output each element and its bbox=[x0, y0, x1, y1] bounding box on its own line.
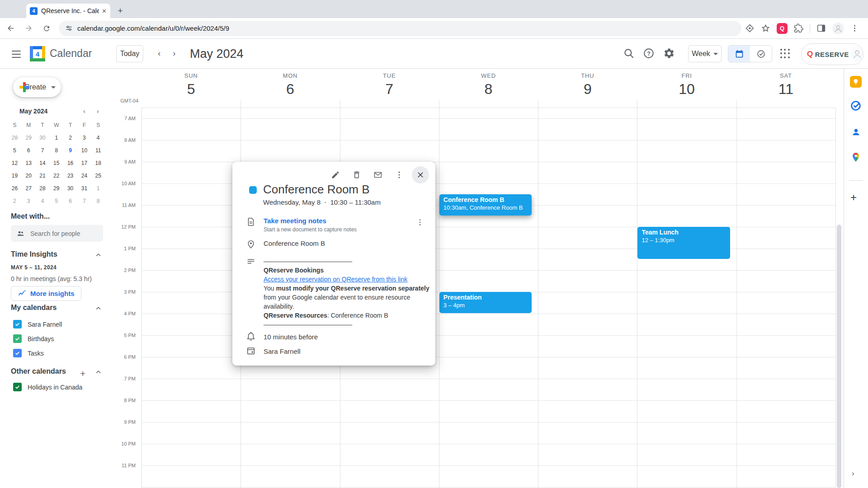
bookmark-star-icon[interactable] bbox=[761, 23, 770, 33]
qreserve-account-pill[interactable]: Q RESERVE bbox=[801, 43, 863, 65]
calendar-view-toggle[interactable] bbox=[728, 46, 750, 62]
mini-calendar-day[interactable]: 16 bbox=[63, 157, 77, 169]
day-header[interactable]: THU9 bbox=[538, 72, 637, 98]
mini-calendar-day[interactable]: 27 bbox=[22, 182, 36, 195]
mini-calendar-day[interactable]: 1 bbox=[91, 182, 105, 195]
mini-calendar-day[interactable]: 4 bbox=[36, 195, 50, 207]
more-insights-button[interactable]: More insights bbox=[11, 286, 81, 301]
profile-avatar[interactable] bbox=[832, 23, 844, 34]
mini-calendar-day[interactable]: 21 bbox=[36, 169, 50, 182]
close-popup-icon[interactable] bbox=[412, 166, 429, 183]
prev-week-icon[interactable]: ‹ bbox=[158, 48, 160, 58]
create-button[interactable]: Create bbox=[13, 77, 61, 97]
vertical-scrollbar[interactable] bbox=[837, 225, 841, 488]
mini-calendar-day[interactable]: 9 bbox=[63, 144, 77, 157]
day-header[interactable]: TUE7 bbox=[340, 72, 439, 98]
mini-calendar-day[interactable]: 3 bbox=[77, 131, 91, 144]
take-meeting-notes-link[interactable]: Take meeting notes bbox=[264, 217, 357, 225]
day-header[interactable]: SUN5 bbox=[142, 72, 241, 98]
mini-calendar-day[interactable]: 1 bbox=[49, 131, 63, 144]
reading-mode-icon[interactable] bbox=[745, 23, 755, 33]
meeting-notes-row[interactable]: Take meeting notes Start a new document … bbox=[246, 217, 357, 233]
mini-calendar-day[interactable]: 2 bbox=[8, 195, 22, 207]
tab-close-icon[interactable]: ✕ bbox=[102, 8, 107, 14]
mini-calendar-day[interactable]: 7 bbox=[77, 195, 91, 207]
site-controls-icon[interactable] bbox=[65, 24, 73, 32]
today-button[interactable]: Today bbox=[116, 45, 143, 62]
next-week-icon[interactable]: › bbox=[173, 48, 175, 58]
maps-icon[interactable] bbox=[849, 151, 862, 164]
mini-calendar-day[interactable]: 26 bbox=[8, 182, 22, 195]
mini-calendar-day[interactable]: 8 bbox=[91, 195, 105, 207]
mini-calendar-day[interactable]: 19 bbox=[8, 169, 22, 182]
collapse-panel-icon[interactable]: › bbox=[852, 469, 854, 478]
google-apps-icon[interactable] bbox=[780, 49, 790, 59]
other-calendars-collapse-icon[interactable] bbox=[95, 369, 102, 376]
back-icon[interactable] bbox=[3, 21, 18, 36]
mini-calendar-day[interactable]: 12 bbox=[8, 157, 22, 169]
url-text[interactable]: calendar.google.com/calendar/u/0/r/week/… bbox=[77, 24, 229, 32]
mini-calendar-next-icon[interactable]: › bbox=[97, 108, 99, 115]
keep-icon[interactable] bbox=[849, 75, 862, 88]
help-icon[interactable]: ? bbox=[643, 47, 656, 60]
mini-calendar-day[interactable]: 13 bbox=[22, 157, 36, 169]
mini-calendar-day[interactable]: 6 bbox=[63, 195, 77, 207]
mini-calendar-day[interactable]: 4 bbox=[91, 131, 105, 144]
mini-calendar-day[interactable]: 14 bbox=[36, 157, 50, 169]
event-block[interactable]: Conference Room B10:30am, Conference Roo… bbox=[439, 194, 532, 216]
calendar-list-item[interactable]: Tasks bbox=[13, 349, 44, 357]
delete-event-icon[interactable] bbox=[348, 166, 365, 183]
mini-calendar-day[interactable]: 30 bbox=[63, 182, 77, 195]
calendar-list-item[interactable]: Birthdays bbox=[13, 334, 54, 343]
mini-calendar-day[interactable]: 7 bbox=[36, 144, 50, 157]
mini-calendar-day[interactable]: 2 bbox=[63, 131, 77, 144]
mini-calendar-day[interactable]: 5 bbox=[8, 144, 22, 157]
mini-calendar-day[interactable]: 20 bbox=[22, 169, 36, 182]
calendar-checkbox-icon[interactable] bbox=[13, 349, 22, 357]
event-block[interactable]: Presentation3 – 4pm bbox=[439, 292, 532, 313]
extensions-puzzle-icon[interactable] bbox=[794, 23, 803, 33]
notes-more-options-icon[interactable] bbox=[413, 215, 427, 230]
mini-calendar-day[interactable]: 29 bbox=[49, 182, 63, 195]
search-for-people-input[interactable]: Search for people bbox=[11, 225, 103, 242]
mini-calendar-day[interactable]: 22 bbox=[49, 169, 63, 182]
get-add-ons-icon[interactable]: + bbox=[850, 191, 857, 204]
forward-icon[interactable] bbox=[21, 21, 36, 36]
tasks-view-toggle[interactable] bbox=[750, 46, 772, 62]
mini-calendar-day[interactable]: 25 bbox=[91, 169, 105, 182]
side-panel-icon[interactable] bbox=[816, 23, 826, 33]
event-block[interactable]: Team Lunch12 – 1:30pm bbox=[637, 227, 730, 259]
qreserve-extension-icon[interactable]: Q bbox=[777, 23, 788, 34]
mini-calendar-prev-icon[interactable]: ‹ bbox=[83, 108, 85, 115]
tasks-icon[interactable] bbox=[849, 99, 862, 112]
mini-calendar-day[interactable]: 30 bbox=[36, 131, 50, 144]
mini-calendar-day[interactable]: 17 bbox=[77, 157, 91, 169]
view-selector-button[interactable]: Week bbox=[688, 45, 722, 62]
main-menu-icon[interactable] bbox=[11, 48, 22, 59]
day-header[interactable]: WED8 bbox=[439, 72, 538, 98]
time-insights-collapse-icon[interactable] bbox=[95, 252, 102, 259]
mini-calendar-day[interactable]: 28 bbox=[8, 131, 22, 144]
mini-calendar-day[interactable]: 18 bbox=[91, 157, 105, 169]
search-icon[interactable] bbox=[623, 47, 636, 60]
more-options-icon[interactable] bbox=[391, 166, 408, 183]
mini-calendar-day[interactable]: 6 bbox=[22, 144, 36, 157]
browser-menu-icon[interactable] bbox=[850, 24, 859, 33]
mini-calendar-day[interactable]: 8 bbox=[49, 144, 63, 157]
calendar-list-item[interactable]: Holidays in Canada bbox=[13, 383, 82, 391]
settings-gear-icon[interactable] bbox=[663, 47, 676, 60]
mini-calendar-day[interactable]: 31 bbox=[77, 182, 91, 195]
calendar-list-item[interactable]: Sara Farnell bbox=[13, 320, 62, 328]
day-header[interactable]: MON6 bbox=[241, 72, 340, 98]
mini-calendar-day[interactable]: 23 bbox=[63, 169, 77, 182]
mini-calendar-day[interactable]: 29 bbox=[22, 131, 36, 144]
mini-calendar-day[interactable]: 5 bbox=[49, 195, 63, 207]
url-bar[interactable]: calendar.google.com/calendar/u/0/r/week/… bbox=[59, 21, 741, 36]
my-calendars-collapse-icon[interactable] bbox=[95, 305, 102, 312]
new-tab-button[interactable]: + bbox=[115, 5, 126, 16]
mini-calendar-day[interactable]: 24 bbox=[77, 169, 91, 182]
calendar-checkbox-icon[interactable] bbox=[13, 334, 22, 343]
mini-calendar-day[interactable]: 3 bbox=[22, 195, 36, 207]
mini-calendar-day[interactable]: 15 bbox=[49, 157, 63, 169]
reload-icon[interactable] bbox=[39, 21, 54, 36]
